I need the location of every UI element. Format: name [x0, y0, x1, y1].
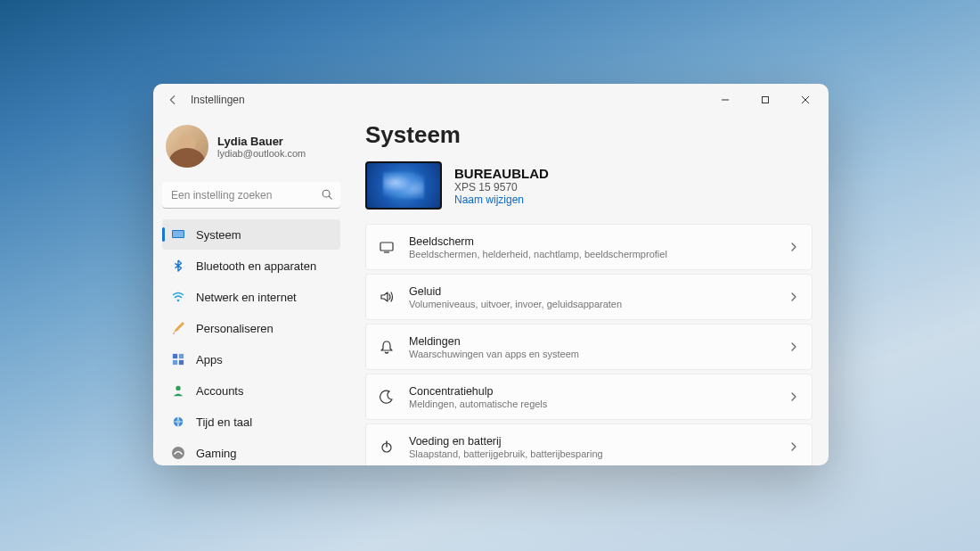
device-thumbnail: [365, 161, 442, 210]
sidebar-item-label: Systeem: [196, 228, 241, 242]
titlebar: Instellingen: [153, 84, 829, 116]
card-text: Meldingen Waarschuwingen van apps en sys…: [409, 335, 774, 359]
sidebar-item-accounts[interactable]: Accounts: [162, 375, 340, 406]
window-body: Lydia Bauer lydiab@outlook.com Systeem B…: [153, 116, 829, 465]
system-icon: [171, 227, 185, 242]
avatar: [166, 125, 208, 168]
chevron-right-icon: [788, 441, 799, 452]
page-title: Systeem: [365, 121, 813, 149]
chevron-right-icon: [788, 292, 799, 302]
sidebar-item-time[interactable]: Tijd en taal: [162, 407, 340, 437]
settings-cards: Beeldscherm Beeldschermen, helderheid, n…: [365, 224, 813, 465]
bell-icon: [379, 339, 395, 355]
svg-rect-7: [173, 360, 177, 365]
card-notifications[interactable]: Meldingen Waarschuwingen van apps en sys…: [365, 324, 813, 370]
app-title: Instellingen: [191, 94, 245, 106]
close-icon: [801, 95, 810, 104]
search-box: [162, 182, 340, 209]
bluetooth-icon: [171, 259, 185, 273]
card-subtitle: Waarschuwingen van apps en systeem: [409, 349, 774, 359]
card-subtitle: Volumeniveaus, uitvoer, invoer, geluidsa…: [409, 299, 774, 309]
svg-point-9: [176, 386, 180, 391]
user-name: Lydia Bauer: [217, 135, 306, 148]
user-block[interactable]: Lydia Bauer lydiab@outlook.com: [162, 119, 340, 180]
svg-rect-6: [179, 354, 184, 358]
svg-point-11: [172, 447, 184, 459]
device-model: XPS 15 9570: [454, 181, 549, 193]
card-text: Geluid Volumeniveaus, uitvoer, invoer, g…: [409, 285, 774, 309]
gaming-icon: [171, 446, 185, 460]
person-icon: [171, 383, 185, 398]
device-block: BUREAUBLAD XPS 15 9570 Naam wijzigen: [365, 161, 813, 210]
moon-icon: [379, 389, 395, 405]
chevron-right-icon: [788, 341, 799, 352]
maximize-icon: [761, 95, 770, 104]
svg-rect-3: [173, 231, 184, 237]
svg-rect-5: [173, 354, 177, 358]
arrow-left-icon: [167, 94, 179, 106]
brush-icon: [171, 321, 185, 335]
svg-rect-13: [380, 243, 393, 251]
card-text: Voeding en batterij Slaapstand, batterij…: [409, 435, 774, 459]
svg-point-4: [177, 300, 180, 302]
window-controls: [705, 84, 825, 116]
sidebar-item-label: Tijd en taal: [196, 415, 252, 429]
search-input[interactable]: [162, 182, 340, 209]
back-button[interactable]: [164, 91, 182, 109]
card-power[interactable]: Voeding en batterij Slaapstand, batterij…: [365, 424, 813, 465]
chevron-right-icon: [788, 391, 799, 402]
sidebar-item-gaming[interactable]: Gaming: [162, 438, 340, 465]
sidebar-item-label: Personaliseren: [196, 322, 274, 335]
search-icon: [321, 188, 333, 201]
power-icon: [379, 439, 395, 455]
card-title: Beeldscherm: [409, 235, 774, 248]
card-title: Voeding en batterij: [409, 435, 774, 448]
card-subtitle: Slaapstand, batterijgebruik, batterijbes…: [409, 448, 774, 459]
sidebar-item-network[interactable]: Netwerk en internet: [162, 282, 340, 312]
card-title: Concentratiehulp: [409, 385, 774, 398]
minimize-icon: [721, 95, 730, 104]
user-info: Lydia Bauer lydiab@outlook.com: [217, 135, 306, 159]
globe-icon: [171, 415, 185, 429]
card-text: Beeldscherm Beeldschermen, helderheid, n…: [409, 235, 774, 259]
card-focus[interactable]: Concentratiehulp Meldingen, automatische…: [365, 374, 813, 420]
svg-rect-0: [762, 97, 768, 103]
sidebar-item-label: Bluetooth en apparaten: [196, 259, 316, 273]
rename-link[interactable]: Naam wijzigen: [454, 193, 549, 206]
apps-icon: [171, 352, 185, 366]
device-info: BUREAUBLAD XPS 15 9570 Naam wijzigen: [454, 166, 549, 206]
wifi-icon: [171, 290, 185, 304]
sound-icon: [379, 289, 395, 305]
titlebar-left: Instellingen: [164, 91, 245, 109]
maximize-button[interactable]: [745, 84, 785, 116]
minimize-button[interactable]: [705, 84, 745, 116]
sidebar: Lydia Bauer lydiab@outlook.com Systeem B…: [153, 116, 349, 465]
main-content: Systeem BUREAUBLAD XPS 15 9570 Naam wijz…: [349, 116, 829, 465]
sidebar-item-personalize[interactable]: Personaliseren: [162, 313, 340, 343]
device-name: BUREAUBLAD: [454, 166, 549, 181]
svg-rect-8: [179, 360, 184, 365]
card-title: Meldingen: [409, 335, 774, 348]
sidebar-item-label: Accounts: [196, 384, 243, 398]
settings-window: Instellingen Lydia Bauer lydiab@outlook.…: [153, 84, 829, 465]
card-title: Geluid: [409, 285, 774, 298]
sidebar-item-bluetooth[interactable]: Bluetooth en apparaten: [162, 251, 340, 281]
card-display[interactable]: Beeldscherm Beeldschermen, helderheid, n…: [365, 224, 813, 270]
sidebar-item-apps[interactable]: Apps: [162, 344, 340, 374]
chevron-right-icon: [788, 242, 799, 252]
display-icon: [379, 239, 395, 255]
sidebar-item-label: Netwerk en internet: [196, 291, 297, 304]
sidebar-item-systeem[interactable]: Systeem: [162, 219, 340, 250]
card-text: Concentratiehulp Meldingen, automatische…: [409, 385, 774, 409]
card-subtitle: Beeldschermen, helderheid, nachtlamp, be…: [409, 249, 774, 259]
user-email: lydiab@outlook.com: [217, 148, 306, 159]
card-subtitle: Meldingen, automatische regels: [409, 399, 774, 409]
card-sound[interactable]: Geluid Volumeniveaus, uitvoer, invoer, g…: [365, 274, 813, 320]
nav-list: Systeem Bluetooth en apparaten Netwerk e…: [162, 219, 340, 465]
close-button[interactable]: [785, 84, 825, 116]
sidebar-item-label: Gaming: [196, 447, 237, 460]
sidebar-item-label: Apps: [196, 353, 223, 366]
